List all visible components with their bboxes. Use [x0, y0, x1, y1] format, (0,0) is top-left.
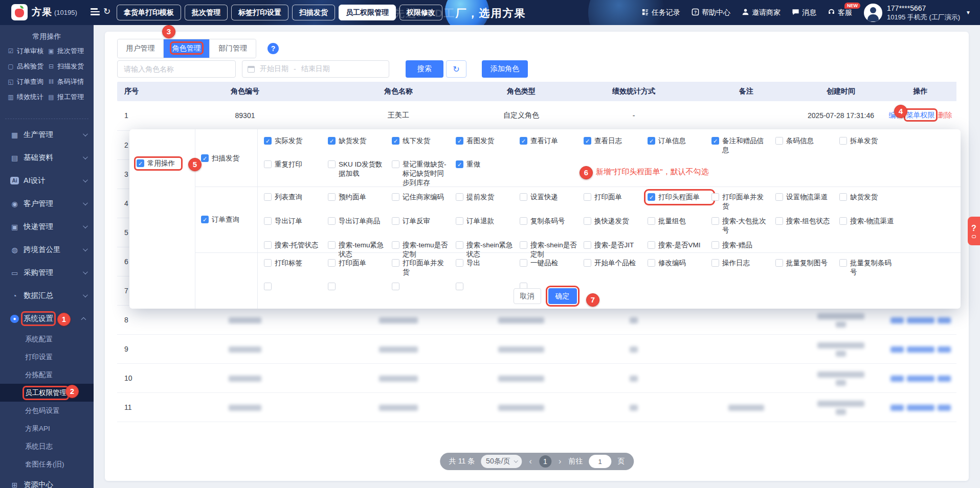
add-role-button[interactable]: 添加角色: [482, 60, 528, 78]
topbar-tab-批次管理[interactable]: 批次管理: [185, 5, 228, 20]
checkbox-搜索-temu紧急状态[interactable]: 搜索-temu紧急状态: [328, 241, 392, 259]
checkbox-搜索-赠品[interactable]: 搜索-赠品: [711, 241, 775, 250]
quick-op-批次管理[interactable]: ▣批次管理: [48, 45, 88, 56]
checkbox-订单退款[interactable]: 订单退款: [456, 217, 520, 226]
checkbox-开始单个品检[interactable]: 开始单个品检: [584, 259, 648, 268]
quick-op-报工管理[interactable]: ▤报工管理: [48, 91, 88, 102]
sidebar-item-AI设计[interactable]: AiAI设计: [0, 169, 94, 192]
checkbox-查看订单[interactable]: ✓查看订单: [520, 136, 584, 146]
checkbox-看图发货[interactable]: ✓看图发货: [456, 136, 520, 146]
tab-角色管理[interactable]: 角色管理: [164, 39, 210, 58]
quick-op-扫描发货[interactable]: ⊟扫描发货: [48, 61, 88, 72]
checkbox-提前发货[interactable]: 提前发货: [456, 193, 520, 202]
sidebar-subitem-套图任务(旧)[interactable]: 套图任务(旧): [0, 455, 94, 473]
checkbox-打印标签[interactable]: 打印标签: [264, 259, 328, 268]
checkbox-搜索-是否VMI[interactable]: 搜索-是否VMI: [648, 241, 711, 250]
checkbox-打印面单[interactable]: 打印面单: [328, 259, 392, 268]
checkbox-搜索-组包状态[interactable]: 搜索-组包状态: [775, 217, 839, 226]
checkbox-记住商家编码[interactable]: 记住商家编码: [392, 193, 456, 202]
user-account-menu[interactable]: 177****5667 10195 手机壳 (工厂演示) ▼: [864, 0, 971, 25]
checkbox-订单信息[interactable]: ✓订单信息: [648, 136, 711, 146]
collapse-sidebar-icon[interactable]: [91, 8, 100, 16]
checkbox-换快递发货[interactable]: 换快递发货: [584, 217, 648, 226]
checkbox-拆单发货[interactable]: 拆单发货: [839, 136, 903, 146]
checkbox-打印面单并发货[interactable]: 打印面单并发货: [392, 259, 456, 277]
checkbox-搜索-是否JIT[interactable]: 搜索-是否JIT: [584, 241, 648, 250]
checkbox-批量复制图号[interactable]: 批量复制图号: [775, 259, 839, 268]
tab-用户管理[interactable]: 用户管理: [118, 39, 164, 58]
checkbox-设置物流渠道[interactable]: 设置物流渠道: [775, 193, 839, 202]
quick-op-品检验货[interactable]: ▢品检验货: [7, 61, 48, 72]
quick-op-条码详情[interactable]: ‖‖条码详情: [48, 76, 88, 87]
sidebar-item-生产管理[interactable]: ▦生产管理: [0, 123, 94, 146]
checkbox-一键品检[interactable]: 一键品检: [520, 259, 584, 268]
search-button[interactable]: 搜索: [406, 60, 443, 78]
menu-permission-link[interactable]: 菜单权限: [906, 111, 935, 119]
cancel-button[interactable]: 取消: [514, 288, 541, 304]
topbar-customer-service-item[interactable]: 客服NEW: [828, 8, 852, 17]
checkbox-导出订单商品[interactable]: 导出订单商品: [328, 217, 392, 226]
sidebar-subitem-分拣配置[interactable]: 分拣配置: [0, 366, 94, 384]
checkbox-设置快递[interactable]: 设置快递: [520, 193, 584, 202]
checkbox-打印头程面单[interactable]: ✓打印头程面单: [648, 193, 711, 202]
checkbox-线下发货[interactable]: ✓线下发货: [392, 136, 456, 146]
sidebar-subitem-方果API[interactable]: 方果API: [0, 420, 94, 437]
topbar-tasks-item[interactable]: 任务记录: [641, 8, 680, 17]
topbar-invite-merchant-item[interactable]: 邀请商家: [742, 8, 781, 17]
checkbox-订单反审[interactable]: 订单反审: [392, 217, 456, 226]
current-page-button[interactable]: 1: [539, 455, 551, 468]
checkbox-列表查询[interactable]: 列表查询: [264, 193, 328, 202]
checkbox-登记重做缺货-标记缺货时同步到库存[interactable]: 登记重做缺货-标记缺货时同步到库存: [392, 160, 456, 188]
page-refresh-icon[interactable]: ↻: [103, 6, 110, 17]
topbar-tab-扫描发货[interactable]: 扫描发货: [292, 5, 335, 20]
checkbox-搜索-shein是否定制[interactable]: 搜索-shein是否定制: [520, 241, 584, 259]
delete-link[interactable]: 删除: [938, 111, 952, 119]
sidebar-subitem-打印设置[interactable]: 打印设置: [0, 348, 94, 366]
sidebar-item-客户管理[interactable]: ◉客户管理: [0, 192, 94, 215]
next-page-button[interactable]: ›: [558, 457, 562, 466]
quick-op-绩效统计[interactable]: ▥绩效统计: [7, 91, 48, 102]
topbar-tab-权限修改[interactable]: 权限修改: [399, 5, 442, 20]
checkbox-搜索-托管状态[interactable]: 搜索-托管状态: [264, 241, 328, 250]
role-name-input[interactable]: [117, 60, 236, 78]
checkbox-缺货发货[interactable]: ✓缺货发货: [328, 136, 392, 146]
checkbox-导出订单[interactable]: 导出订单: [264, 217, 328, 226]
checkbox-备注和赠品信息[interactable]: ✓备注和赠品信息: [711, 136, 775, 155]
prev-page-button[interactable]: ‹: [528, 457, 533, 466]
sidebar-item-基础资料[interactable]: ▤基础资料: [0, 146, 94, 169]
checkbox-复制条码号[interactable]: 复制条码号: [520, 217, 584, 226]
quick-op-订单查询[interactable]: ◱订单查询: [7, 76, 48, 87]
sidebar-item-数据汇总[interactable]: ◔数据汇总: [0, 284, 94, 307]
sidebar-subitem-分包码设置[interactable]: 分包码设置: [0, 402, 94, 420]
checkbox-搜索-大包批次号[interactable]: 搜索-大包批次号: [711, 217, 775, 235]
sidebar-item-采购管理[interactable]: ▭采购管理: [0, 261, 94, 284]
checkbox-打印面单并发货[interactable]: 打印面单并发货: [711, 193, 775, 211]
checkbox-搜索-temu是否定制[interactable]: 搜索-temu是否定制: [392, 241, 456, 259]
date-range-picker[interactable]: 开始日期 - 结束日期: [242, 60, 389, 78]
sidebar-item-快递管理[interactable]: ▣快递管理: [0, 215, 94, 238]
sidebar-item-跨境首公里[interactable]: ◍跨境首公里: [0, 238, 94, 261]
checkbox-修改编码[interactable]: 修改编码: [648, 259, 711, 268]
tab-部门管理[interactable]: 部门管理: [210, 39, 256, 58]
goto-page-input[interactable]: [589, 455, 611, 468]
app-logo[interactable]: 方果 (10195): [11, 4, 77, 20]
topbar-message-item[interactable]: 消息: [792, 8, 816, 17]
checkbox-操作日志[interactable]: 操作日志: [711, 259, 775, 268]
sidebar-item-系统设置[interactable]: ●系统设置: [0, 307, 94, 330]
quick-op-订单审核[interactable]: ☑订单审核: [7, 45, 48, 56]
refresh-list-button[interactable]: ↻: [446, 60, 466, 78]
checkbox-预约面单[interactable]: 预约面单: [328, 193, 392, 202]
topbar-tab-拿货单打印模板[interactable]: 拿货单打印模板: [117, 5, 181, 20]
page-size-select[interactable]: 50条/页: [481, 455, 522, 468]
checkbox-缺货发货[interactable]: 缺货发货: [839, 193, 903, 202]
checkbox-搜索-shein紧急状态[interactable]: 搜索-shein紧急状态: [456, 241, 520, 259]
topbar-tab-员工权限管理[interactable]: 员工权限管理: [339, 5, 396, 20]
sidebar-subitem-员工权限管理[interactable]: 员工权限管理: [0, 384, 94, 402]
checkbox-批量复制条码号[interactable]: 批量复制条码号: [839, 259, 903, 277]
checkbox-打印面单[interactable]: 打印面单: [584, 193, 648, 202]
checkbox-导出[interactable]: 导出: [456, 259, 520, 268]
checkbox-条码信息[interactable]: 条码信息: [775, 136, 839, 146]
checkbox-重做[interactable]: ✓重做: [456, 160, 520, 169]
checkbox-查看日志[interactable]: ✓查看日志: [584, 136, 648, 146]
topbar-tab-标签打印设置[interactable]: 标签打印设置: [231, 5, 288, 20]
